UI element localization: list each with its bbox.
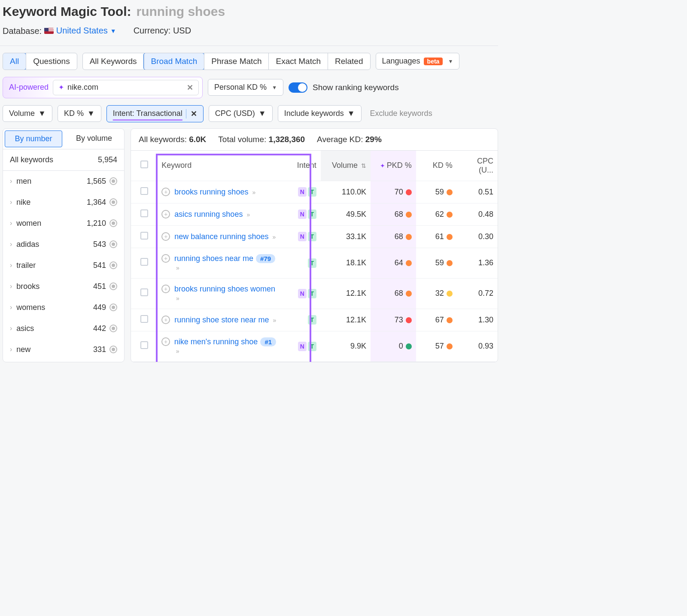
- eye-icon[interactable]: [109, 346, 117, 353]
- col-keyword[interactable]: Keyword: [157, 151, 284, 181]
- tab-all[interactable]: All: [3, 53, 26, 70]
- expand-icon[interactable]: +: [161, 337, 170, 346]
- difficulty-dot: [447, 291, 453, 297]
- summary-kd-label: Average KD:: [317, 135, 363, 144]
- sidebar: By number By volume All keywords 5,954 ›…: [3, 128, 125, 362]
- cell-cpc: 0.93: [457, 331, 498, 361]
- sparkle-icon: ✦: [380, 162, 385, 169]
- keyword-link[interactable]: asics running shoes: [174, 210, 243, 218]
- col-pkd-label: PKD %: [387, 161, 412, 170]
- eye-icon[interactable]: [109, 219, 117, 227]
- col-kd[interactable]: KD %: [416, 151, 457, 181]
- sidebar-item[interactable]: ›adidas: [10, 240, 39, 249]
- sidebar-item[interactable]: ›brooks: [10, 282, 40, 291]
- chevrons-icon: »: [176, 348, 179, 355]
- sidebar-all-keywords[interactable]: All keywords: [10, 155, 53, 164]
- table-row: +running shoes near me#79 »T18.1K64591.3…: [131, 248, 498, 278]
- select-all-checkbox[interactable]: [140, 161, 148, 168]
- database-selector[interactable]: United States ▼: [44, 26, 116, 36]
- difficulty-dot: [406, 291, 412, 297]
- filter-label: Include keywords: [284, 109, 344, 118]
- row-checkbox[interactable]: [140, 232, 148, 240]
- row-checkbox[interactable]: [140, 187, 148, 195]
- tab-broad-match[interactable]: Broad Match: [144, 53, 204, 70]
- filter-cpc[interactable]: CPC (USD) ▼: [209, 105, 273, 122]
- tab-all-keywords[interactable]: All Keywords: [83, 53, 144, 70]
- row-checkbox[interactable]: [140, 341, 148, 349]
- eye-icon[interactable]: [109, 261, 117, 269]
- col-volume[interactable]: Volume⇅: [321, 151, 371, 181]
- expand-icon[interactable]: +: [161, 210, 170, 218]
- sidebar-item[interactable]: ›women: [10, 219, 41, 228]
- keyword-link[interactable]: brooks running shoes women: [174, 285, 275, 293]
- filter-volume[interactable]: Volume ▼: [3, 105, 52, 122]
- page-query: running shoes: [136, 4, 225, 19]
- keyword-link[interactable]: new balance running shoes: [174, 232, 268, 241]
- keyword-link[interactable]: running shoes near me: [174, 254, 253, 263]
- difficulty-dot: [406, 189, 412, 195]
- tab-phrase-match[interactable]: Phrase Match: [204, 53, 268, 70]
- sort-by-number[interactable]: By number: [5, 130, 62, 147]
- chevron-down-icon: ▼: [272, 85, 277, 91]
- filter-kd[interactable]: KD % ▼: [58, 105, 101, 122]
- filter-label: Exclude keywords: [370, 109, 432, 118]
- languages-selector[interactable]: Languages beta ▼: [376, 53, 460, 70]
- sidebar-item[interactable]: ›nike: [10, 198, 30, 207]
- difficulty-dot: [447, 234, 453, 240]
- eye-icon[interactable]: [109, 325, 117, 332]
- expand-icon[interactable]: +: [161, 285, 170, 293]
- tab-related[interactable]: Related: [328, 53, 370, 70]
- row-checkbox[interactable]: [140, 288, 148, 296]
- table-row: +brooks running shoes women »NT12.1K6832…: [131, 278, 498, 309]
- sidebar-item[interactable]: ›womens: [10, 303, 45, 312]
- ai-domain-input[interactable]: ✦ nike.com ✕: [53, 80, 199, 95]
- filter-exclude[interactable]: Exclude keywords: [367, 106, 438, 121]
- expand-icon[interactable]: +: [161, 188, 170, 196]
- summary-kd-value: 29%: [365, 135, 382, 144]
- eye-icon[interactable]: [109, 240, 117, 248]
- sidebar-item[interactable]: ›asics: [10, 324, 34, 333]
- keyword-link[interactable]: nike men's running shoe: [174, 337, 258, 346]
- expand-icon[interactable]: +: [161, 232, 170, 241]
- clear-icon[interactable]: ✕: [187, 83, 193, 92]
- cell-kd: 67: [416, 309, 457, 331]
- sidebar-item[interactable]: ›new: [10, 345, 30, 354]
- table-row: +asics running shoes »NT49.5K68620.48: [131, 203, 498, 225]
- tab-questions[interactable]: Questions: [26, 53, 77, 70]
- col-pkd[interactable]: ✦PKD %: [371, 151, 416, 181]
- cell-volume: 33.1K: [321, 225, 371, 248]
- row-checkbox[interactable]: [140, 258, 148, 266]
- difficulty-dot: [406, 317, 412, 323]
- cell-cpc: 0.48: [457, 203, 498, 225]
- difficulty-dot: [406, 260, 412, 266]
- sort-by-volume[interactable]: By volume: [64, 129, 124, 149]
- show-ranking-toggle[interactable]: [289, 82, 307, 93]
- row-checkbox[interactable]: [140, 209, 148, 217]
- filter-include[interactable]: Include keywords ▼: [278, 105, 362, 122]
- col-intent[interactable]: Intent: [284, 151, 321, 181]
- tab-exact-match[interactable]: Exact Match: [268, 53, 328, 70]
- cell-volume: 9.9K: [321, 331, 371, 361]
- chevron-down-icon: ▼: [258, 109, 266, 118]
- row-checkbox[interactable]: [140, 315, 148, 323]
- sidebar-item[interactable]: ›men: [10, 177, 31, 186]
- keyword-link[interactable]: brooks running shoes: [174, 188, 248, 196]
- chevron-right-icon: ›: [10, 219, 12, 227]
- cell-pkd: 68: [371, 225, 416, 248]
- eye-icon[interactable]: [109, 198, 117, 206]
- eye-icon[interactable]: [109, 303, 117, 311]
- col-cpc[interactable]: CPC (U...: [457, 151, 498, 181]
- cell-pkd: 64: [371, 248, 416, 278]
- keyword-link[interactable]: running shoe store near me: [174, 316, 269, 324]
- personal-kd-selector[interactable]: Personal KD % ▼: [208, 79, 283, 96]
- chevron-right-icon: ›: [10, 198, 12, 206]
- expand-icon[interactable]: +: [161, 254, 170, 263]
- close-icon[interactable]: ✕: [186, 109, 197, 118]
- filter-label: Intent: Transactional: [113, 109, 182, 118]
- difficulty-dot: [406, 343, 412, 349]
- filter-intent[interactable]: Intent: Transactional ✕: [106, 105, 204, 122]
- eye-icon[interactable]: [109, 177, 117, 185]
- eye-icon[interactable]: [109, 282, 117, 290]
- sidebar-item[interactable]: ›trailer: [10, 261, 36, 270]
- expand-icon[interactable]: +: [161, 316, 170, 324]
